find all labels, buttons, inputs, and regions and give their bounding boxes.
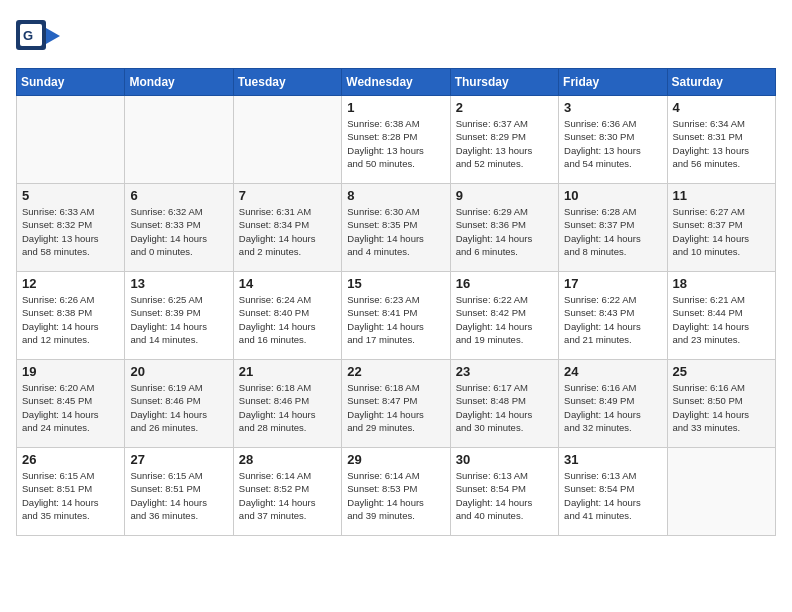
- cell-info: Sunrise: 6:19 AM Sunset: 8:46 PM Dayligh…: [130, 381, 227, 434]
- calendar-body: 1Sunrise: 6:38 AM Sunset: 8:28 PM Daylig…: [17, 96, 776, 536]
- calendar-cell: 28Sunrise: 6:14 AM Sunset: 8:52 PM Dayli…: [233, 448, 341, 536]
- svg-marker-3: [46, 28, 60, 44]
- day-number: 3: [564, 100, 661, 115]
- day-number: 18: [673, 276, 770, 291]
- cell-info: Sunrise: 6:14 AM Sunset: 8:52 PM Dayligh…: [239, 469, 336, 522]
- calendar-cell: 7Sunrise: 6:31 AM Sunset: 8:34 PM Daylig…: [233, 184, 341, 272]
- calendar-cell: [667, 448, 775, 536]
- calendar-cell: 14Sunrise: 6:24 AM Sunset: 8:40 PM Dayli…: [233, 272, 341, 360]
- day-number: 27: [130, 452, 227, 467]
- cell-info: Sunrise: 6:29 AM Sunset: 8:36 PM Dayligh…: [456, 205, 553, 258]
- day-header-monday: Monday: [125, 69, 233, 96]
- calendar-cell: 12Sunrise: 6:26 AM Sunset: 8:38 PM Dayli…: [17, 272, 125, 360]
- calendar-cell: [233, 96, 341, 184]
- cell-info: Sunrise: 6:25 AM Sunset: 8:39 PM Dayligh…: [130, 293, 227, 346]
- calendar-header: SundayMondayTuesdayWednesdayThursdayFrid…: [17, 69, 776, 96]
- week-row-2: 5Sunrise: 6:33 AM Sunset: 8:32 PM Daylig…: [17, 184, 776, 272]
- calendar-cell: 16Sunrise: 6:22 AM Sunset: 8:42 PM Dayli…: [450, 272, 558, 360]
- calendar-cell: 25Sunrise: 6:16 AM Sunset: 8:50 PM Dayli…: [667, 360, 775, 448]
- week-row-5: 26Sunrise: 6:15 AM Sunset: 8:51 PM Dayli…: [17, 448, 776, 536]
- cell-info: Sunrise: 6:36 AM Sunset: 8:30 PM Dayligh…: [564, 117, 661, 170]
- cell-info: Sunrise: 6:17 AM Sunset: 8:48 PM Dayligh…: [456, 381, 553, 434]
- calendar-cell: 31Sunrise: 6:13 AM Sunset: 8:54 PM Dayli…: [559, 448, 667, 536]
- calendar-table: SundayMondayTuesdayWednesdayThursdayFrid…: [16, 68, 776, 536]
- week-row-1: 1Sunrise: 6:38 AM Sunset: 8:28 PM Daylig…: [17, 96, 776, 184]
- cell-info: Sunrise: 6:16 AM Sunset: 8:50 PM Dayligh…: [673, 381, 770, 434]
- day-number: 17: [564, 276, 661, 291]
- cell-info: Sunrise: 6:32 AM Sunset: 8:33 PM Dayligh…: [130, 205, 227, 258]
- calendar-cell: 17Sunrise: 6:22 AM Sunset: 8:43 PM Dayli…: [559, 272, 667, 360]
- logo-icon: G: [16, 16, 60, 56]
- cell-info: Sunrise: 6:37 AM Sunset: 8:29 PM Dayligh…: [456, 117, 553, 170]
- day-header-tuesday: Tuesday: [233, 69, 341, 96]
- calendar-cell: 19Sunrise: 6:20 AM Sunset: 8:45 PM Dayli…: [17, 360, 125, 448]
- calendar-cell: 1Sunrise: 6:38 AM Sunset: 8:28 PM Daylig…: [342, 96, 450, 184]
- day-number: 12: [22, 276, 119, 291]
- cell-info: Sunrise: 6:15 AM Sunset: 8:51 PM Dayligh…: [130, 469, 227, 522]
- page-header: G: [16, 16, 776, 56]
- cell-info: Sunrise: 6:13 AM Sunset: 8:54 PM Dayligh…: [564, 469, 661, 522]
- day-number: 24: [564, 364, 661, 379]
- cell-info: Sunrise: 6:23 AM Sunset: 8:41 PM Dayligh…: [347, 293, 444, 346]
- day-number: 10: [564, 188, 661, 203]
- calendar-cell: 6Sunrise: 6:32 AM Sunset: 8:33 PM Daylig…: [125, 184, 233, 272]
- logo: G: [16, 16, 64, 56]
- calendar-cell: 8Sunrise: 6:30 AM Sunset: 8:35 PM Daylig…: [342, 184, 450, 272]
- calendar-cell: [17, 96, 125, 184]
- day-header-wednesday: Wednesday: [342, 69, 450, 96]
- cell-info: Sunrise: 6:34 AM Sunset: 8:31 PM Dayligh…: [673, 117, 770, 170]
- day-number: 7: [239, 188, 336, 203]
- day-number: 21: [239, 364, 336, 379]
- day-header-saturday: Saturday: [667, 69, 775, 96]
- day-number: 31: [564, 452, 661, 467]
- cell-info: Sunrise: 6:18 AM Sunset: 8:46 PM Dayligh…: [239, 381, 336, 434]
- day-number: 14: [239, 276, 336, 291]
- cell-info: Sunrise: 6:38 AM Sunset: 8:28 PM Dayligh…: [347, 117, 444, 170]
- svg-text:G: G: [23, 28, 33, 43]
- cell-info: Sunrise: 6:28 AM Sunset: 8:37 PM Dayligh…: [564, 205, 661, 258]
- day-header-sunday: Sunday: [17, 69, 125, 96]
- day-number: 29: [347, 452, 444, 467]
- cell-info: Sunrise: 6:13 AM Sunset: 8:54 PM Dayligh…: [456, 469, 553, 522]
- calendar-cell: 9Sunrise: 6:29 AM Sunset: 8:36 PM Daylig…: [450, 184, 558, 272]
- calendar-cell: 5Sunrise: 6:33 AM Sunset: 8:32 PM Daylig…: [17, 184, 125, 272]
- calendar-cell: 20Sunrise: 6:19 AM Sunset: 8:46 PM Dayli…: [125, 360, 233, 448]
- day-number: 30: [456, 452, 553, 467]
- week-row-4: 19Sunrise: 6:20 AM Sunset: 8:45 PM Dayli…: [17, 360, 776, 448]
- day-number: 28: [239, 452, 336, 467]
- calendar-cell: 10Sunrise: 6:28 AM Sunset: 8:37 PM Dayli…: [559, 184, 667, 272]
- cell-info: Sunrise: 6:33 AM Sunset: 8:32 PM Dayligh…: [22, 205, 119, 258]
- day-number: 15: [347, 276, 444, 291]
- day-number: 25: [673, 364, 770, 379]
- calendar-cell: 18Sunrise: 6:21 AM Sunset: 8:44 PM Dayli…: [667, 272, 775, 360]
- calendar-cell: 24Sunrise: 6:16 AM Sunset: 8:49 PM Dayli…: [559, 360, 667, 448]
- day-header-thursday: Thursday: [450, 69, 558, 96]
- cell-info: Sunrise: 6:16 AM Sunset: 8:49 PM Dayligh…: [564, 381, 661, 434]
- calendar-cell: 29Sunrise: 6:14 AM Sunset: 8:53 PM Dayli…: [342, 448, 450, 536]
- day-number: 5: [22, 188, 119, 203]
- day-number: 1: [347, 100, 444, 115]
- day-number: 11: [673, 188, 770, 203]
- cell-info: Sunrise: 6:21 AM Sunset: 8:44 PM Dayligh…: [673, 293, 770, 346]
- calendar-cell: [125, 96, 233, 184]
- calendar-cell: 4Sunrise: 6:34 AM Sunset: 8:31 PM Daylig…: [667, 96, 775, 184]
- cell-info: Sunrise: 6:22 AM Sunset: 8:42 PM Dayligh…: [456, 293, 553, 346]
- day-number: 20: [130, 364, 227, 379]
- calendar-cell: 11Sunrise: 6:27 AM Sunset: 8:37 PM Dayli…: [667, 184, 775, 272]
- cell-info: Sunrise: 6:26 AM Sunset: 8:38 PM Dayligh…: [22, 293, 119, 346]
- day-number: 19: [22, 364, 119, 379]
- cell-info: Sunrise: 6:14 AM Sunset: 8:53 PM Dayligh…: [347, 469, 444, 522]
- day-number: 8: [347, 188, 444, 203]
- calendar-cell: 3Sunrise: 6:36 AM Sunset: 8:30 PM Daylig…: [559, 96, 667, 184]
- day-number: 22: [347, 364, 444, 379]
- calendar-cell: 15Sunrise: 6:23 AM Sunset: 8:41 PM Dayli…: [342, 272, 450, 360]
- day-number: 23: [456, 364, 553, 379]
- cell-info: Sunrise: 6:24 AM Sunset: 8:40 PM Dayligh…: [239, 293, 336, 346]
- day-number: 26: [22, 452, 119, 467]
- calendar-cell: 23Sunrise: 6:17 AM Sunset: 8:48 PM Dayli…: [450, 360, 558, 448]
- calendar-cell: 26Sunrise: 6:15 AM Sunset: 8:51 PM Dayli…: [17, 448, 125, 536]
- cell-info: Sunrise: 6:30 AM Sunset: 8:35 PM Dayligh…: [347, 205, 444, 258]
- calendar-cell: 27Sunrise: 6:15 AM Sunset: 8:51 PM Dayli…: [125, 448, 233, 536]
- day-number: 13: [130, 276, 227, 291]
- cell-info: Sunrise: 6:18 AM Sunset: 8:47 PM Dayligh…: [347, 381, 444, 434]
